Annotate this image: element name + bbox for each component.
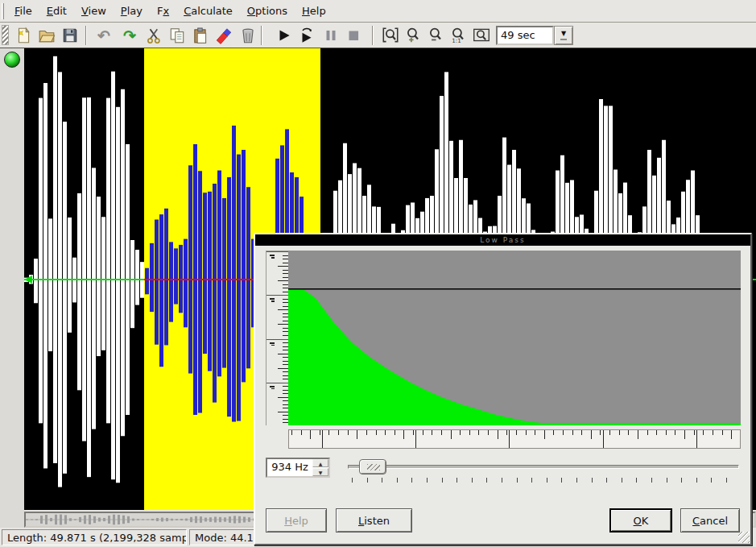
- slider-handle[interactable]: [359, 459, 386, 474]
- zoom-duration-value[interactable]: 49 sec: [496, 26, 554, 45]
- svg-text:1:1: 1:1: [452, 37, 461, 44]
- menu-bar: FileEditViewPlayFxCalculateOptionsHelp: [0, 0, 756, 23]
- play-icon: [275, 27, 293, 44]
- loop-play-button[interactable]: [297, 26, 316, 45]
- cut-button[interactable]: [145, 26, 164, 45]
- chevron-down-icon: ▼: [561, 31, 566, 37]
- menu-item-help[interactable]: Help: [295, 2, 333, 20]
- undo-button[interactable]: ↶: [94, 26, 114, 45]
- menu-item-fx[interactable]: Fx: [150, 2, 176, 20]
- zoom-out-button[interactable]: [426, 26, 445, 45]
- db-ruler: [266, 251, 288, 425]
- zoom-selection-icon: [472, 26, 491, 45]
- redo-icon: ↷: [123, 28, 136, 44]
- zoom-fit-icon: [381, 26, 400, 45]
- zoom-fit-button[interactable]: [381, 26, 400, 45]
- toolbar-separator: [261, 26, 262, 45]
- new-file-icon: [14, 27, 32, 44]
- stop-icon: [345, 27, 362, 44]
- save-floppy-icon: [61, 27, 79, 44]
- resize-grip[interactable]: [738, 532, 750, 543]
- play-button[interactable]: [275, 26, 294, 45]
- channel-indicator-column: [0, 48, 24, 528]
- frequency-ruler: [288, 429, 741, 449]
- app-window: { "menu": { "items": [ {"label":"File","…: [0, 0, 756, 547]
- save-file-button[interactable]: [60, 26, 80, 45]
- pause-button[interactable]: [321, 26, 341, 45]
- zoom-in-icon: [403, 26, 423, 45]
- paste-clipboard-icon: [192, 27, 209, 44]
- open-folder-icon: [38, 27, 56, 44]
- menubar-drag-handle[interactable]: [2, 3, 4, 19]
- stop-button[interactable]: [344, 26, 363, 45]
- menu-item-file[interactable]: File: [7, 2, 39, 20]
- menu-item-options[interactable]: Options: [240, 2, 295, 20]
- help-button: Help: [266, 508, 327, 532]
- copy-icon: [168, 27, 186, 44]
- zoom-normal-button[interactable]: 1:1: [448, 26, 468, 45]
- toolbar: ↶ ↷: [0, 23, 756, 48]
- low-pass-dialog: Low Pass 934 Hz ▲ ▼ HelpListenOKCancel: [254, 233, 752, 545]
- zoom-in-button[interactable]: [403, 26, 423, 45]
- status-length: Length: 49.871 s (2,199,328 samples): [2, 529, 187, 545]
- slider-grip-icon: [367, 464, 380, 470]
- paste-button[interactable]: [191, 26, 210, 45]
- new-file-button[interactable]: [14, 26, 33, 45]
- open-file-button[interactable]: [37, 26, 56, 45]
- zoom-out-icon: [426, 26, 445, 45]
- cutoff-frequency-value[interactable]: 934 Hz: [267, 459, 312, 476]
- loop-play-icon: [298, 27, 316, 44]
- undo-icon: ↶: [97, 28, 110, 44]
- menu-item-view[interactable]: View: [74, 2, 114, 20]
- dialog-button-row: HelpListenOKCancel: [255, 508, 754, 532]
- menu-item-play[interactable]: Play: [114, 2, 150, 20]
- slider-tick-marks: [338, 478, 742, 484]
- toolbar-drag-handle[interactable]: [2, 25, 9, 45]
- combo-dropdown-button[interactable]: ▼: [554, 26, 573, 45]
- trash-icon: [239, 27, 257, 44]
- zoom-1-1-icon: 1:1: [448, 26, 468, 45]
- cutoff-frequency-slider[interactable]: [338, 456, 742, 485]
- zoom-duration-combo[interactable]: 49 sec ▼: [496, 26, 573, 45]
- filter-response-graph[interactable]: [288, 251, 741, 425]
- eraser-icon: [215, 27, 233, 44]
- zoom-selection-button[interactable]: [472, 26, 491, 45]
- listen-button[interactable]: Listen: [336, 508, 412, 532]
- slider-track[interactable]: [348, 465, 739, 469]
- delete-button[interactable]: [238, 26, 258, 45]
- cutoff-frequency-spinbox[interactable]: 934 Hz ▲ ▼: [266, 458, 330, 478]
- ok-button[interactable]: OK: [609, 508, 672, 532]
- redo-button[interactable]: ↷: [120, 26, 139, 45]
- pause-icon: [322, 27, 340, 44]
- menu-item-calculate[interactable]: Calculate: [176, 2, 240, 20]
- dialog-title[interactable]: Low Pass: [255, 234, 750, 246]
- toolbar-separator: [372, 26, 374, 45]
- copy-button[interactable]: [167, 26, 187, 45]
- spin-up-button[interactable]: ▲: [312, 459, 328, 467]
- cancel-button[interactable]: Cancel: [680, 508, 740, 532]
- channel-active-led-icon[interactable]: [4, 52, 20, 68]
- spin-down-button[interactable]: ▼: [312, 468, 328, 476]
- cut-scissors-icon: [146, 27, 163, 44]
- menu-item-edit[interactable]: Edit: [39, 2, 74, 20]
- toolbar-separator: [85, 26, 87, 45]
- erase-button[interactable]: [214, 26, 233, 45]
